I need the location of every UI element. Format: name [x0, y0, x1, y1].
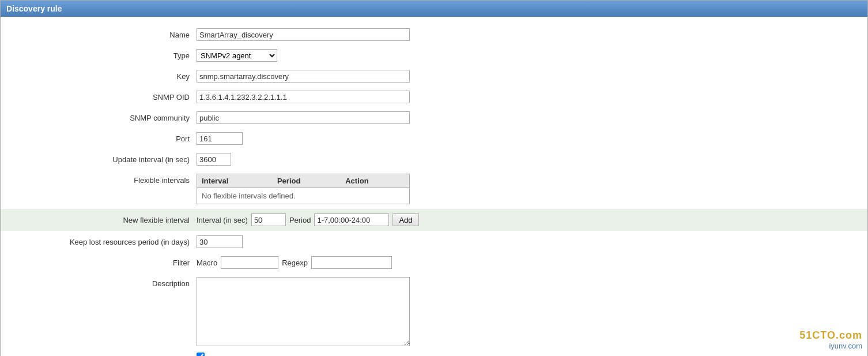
enabled-label: Enabled: [1, 353, 197, 356]
regexp-label: Regexp: [282, 258, 308, 267]
snmp-community-row: SNMP community: [1, 111, 867, 128]
filter-control: Macro Regexp: [197, 256, 867, 269]
interval-in-sec-label: Interval (in sec): [197, 216, 248, 224]
keep-lost-input[interactable]: [197, 235, 243, 248]
key-control: [197, 70, 867, 83]
col-period: Period: [273, 174, 341, 188]
enabled-row: Enabled: [1, 353, 867, 356]
keep-lost-control: [197, 235, 867, 248]
port-row: Port: [1, 132, 867, 148]
description-control: [197, 277, 867, 348]
flexible-intervals-row: Flexible intervals Interval Period Actio…: [1, 174, 867, 204]
update-interval-control: [197, 153, 867, 166]
interval-in-sec-input[interactable]: [251, 213, 286, 226]
flexible-intervals-control: Interval Period Action No flexible inter…: [197, 174, 867, 204]
flexible-intervals-table: Interval Period Action No flexible inter…: [197, 174, 410, 204]
description-label: Description: [1, 277, 197, 288]
filter-inner: Macro Regexp: [197, 256, 867, 269]
new-flexible-interval-row: New flexible interval Interval (in sec) …: [1, 209, 867, 231]
port-control: [197, 132, 867, 145]
watermark: 51CTO.com iyunv.com: [799, 329, 862, 350]
regexp-input[interactable]: [311, 256, 392, 269]
enabled-control: [197, 353, 867, 356]
macro-input[interactable]: [221, 256, 278, 269]
enabled-checkbox[interactable]: [197, 353, 205, 356]
col-interval: Interval: [197, 174, 273, 188]
snmp-community-input[interactable]: [197, 111, 410, 124]
key-label: Key: [1, 70, 197, 81]
keep-lost-label: Keep lost resources period (in days): [1, 235, 197, 246]
type-label: Type: [1, 49, 197, 60]
name-control: [197, 28, 867, 41]
name-label: Name: [1, 28, 197, 39]
flexible-table-header-row: Interval Period Action: [197, 174, 410, 188]
snmp-oid-control: [197, 91, 867, 103]
name-row: Name: [1, 28, 867, 44]
update-interval-input[interactable]: [197, 153, 231, 166]
add-button[interactable]: Add: [393, 213, 418, 226]
new-flexible-interval-control: Interval (in sec) Period Add: [197, 213, 867, 226]
watermark-bottom-text: iyunv.com: [799, 342, 862, 350]
port-input[interactable]: [197, 132, 243, 145]
snmp-community-label: SNMP community: [1, 111, 197, 122]
discovery-rule-window: Discovery rule Name Type SNMPv2 agent Za…: [0, 0, 868, 356]
snmp-oid-label: SNMP OID: [1, 91, 197, 102]
name-input[interactable]: [197, 28, 410, 41]
window-title: Discovery rule: [6, 4, 62, 13]
new-flexible-inner: Interval (in sec) Period Add: [197, 213, 867, 226]
flexible-intervals-label: Flexible intervals: [1, 174, 197, 185]
new-flexible-interval-label: New flexible interval: [1, 213, 197, 224]
filter-label: Filter: [1, 256, 197, 267]
description-row: Description: [1, 277, 867, 348]
snmp-community-control: [197, 111, 867, 124]
snmp-oid-input[interactable]: [197, 91, 410, 103]
flexible-table-empty-cell: No flexible intervals defined.: [197, 188, 410, 204]
keep-lost-row: Keep lost resources period (in days): [1, 235, 867, 252]
watermark-top-text: 51CTO.com: [799, 329, 862, 342]
type-select[interactable]: SNMPv2 agent Zabbix agent SNMPv1 agent S…: [197, 49, 277, 62]
snmp-oid-row: SNMP OID: [1, 91, 867, 107]
flexible-table-empty-row: No flexible intervals defined.: [197, 188, 410, 204]
filter-row: Filter Macro Regexp: [1, 256, 867, 272]
port-label: Port: [1, 132, 197, 143]
update-interval-label: Update interval (in sec): [1, 153, 197, 164]
update-interval-row: Update interval (in sec): [1, 153, 867, 169]
key-row: Key: [1, 70, 867, 86]
macro-label: Macro: [197, 258, 217, 267]
type-control: SNMPv2 agent Zabbix agent SNMPv1 agent S…: [197, 49, 867, 62]
key-input[interactable]: [197, 70, 410, 83]
type-row: Type SNMPv2 agent Zabbix agent SNMPv1 ag…: [1, 49, 867, 65]
period-label: Period: [289, 216, 311, 224]
col-action: Action: [341, 174, 409, 188]
description-textarea[interactable]: [197, 277, 410, 346]
period-input[interactable]: [314, 213, 389, 226]
window-title-bar: Discovery rule: [1, 1, 867, 17]
form-area: Name Type SNMPv2 agent Zabbix agent SNMP…: [1, 17, 867, 356]
